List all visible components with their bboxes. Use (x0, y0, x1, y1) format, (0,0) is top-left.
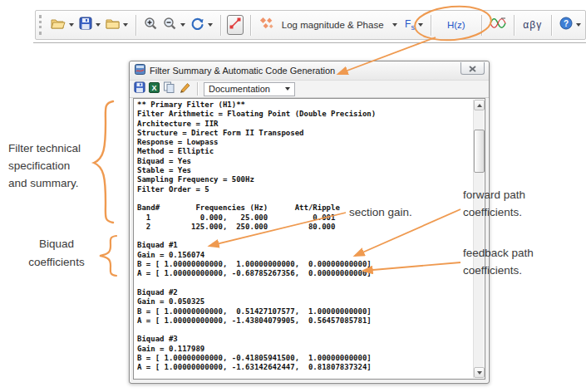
sparkle-markers-button[interactable] (258, 16, 275, 34)
export-excel-button[interactable]: X (149, 81, 160, 96)
folder-icon (106, 17, 120, 33)
toolbar-separator (197, 82, 198, 96)
toolbar-separator (220, 15, 221, 36)
filter-summary-window: Filter Summary & Automatic Code Generati… (129, 61, 490, 384)
toolbar-separator (481, 15, 482, 36)
zoom-out-button[interactable] (162, 16, 186, 35)
hz-button[interactable]: H(z) (438, 17, 475, 33)
scroll-down-button[interactable] (474, 367, 485, 378)
analysis-dropdown[interactable]: Log magnitude & Phase (278, 16, 401, 34)
brace-biquad (100, 236, 116, 276)
zoom-dropdown-caret[interactable] (180, 23, 185, 27)
scrollbar-thumb[interactable] (474, 130, 485, 173)
annotation-feedback-path: feedback path coefficients. (463, 244, 534, 279)
toolbar-separator (135, 15, 136, 36)
documentation-dropdown-caret (285, 87, 290, 91)
vertical-scrollbar[interactable] (473, 100, 484, 378)
greek-coefficients-button[interactable]: αβγ (520, 16, 544, 34)
folder-button[interactable] (105, 17, 129, 34)
window-title: Filter Summary & Automatic Code Generati… (150, 66, 335, 76)
zoom-in-icon (144, 17, 158, 34)
documentation-dropdown-value: Documentation (209, 84, 270, 94)
analysis-dropdown-value: Log magnitude & Phase (282, 20, 384, 30)
refresh-dropdown-caret[interactable] (208, 23, 213, 27)
folder-dropdown-caret[interactable] (123, 23, 128, 27)
refresh-button[interactable] (190, 16, 214, 35)
zoom-in-button[interactable] (143, 16, 159, 35)
annotation-section-gain: section gain. (349, 203, 412, 221)
annotation-biquad-coefficients: Biquad coefficients (15, 235, 98, 272)
scroll-down-icon (477, 371, 482, 375)
window-icon (135, 63, 145, 78)
fs-button[interactable]: Fs (404, 17, 424, 32)
fs-dropdown-caret (418, 23, 423, 27)
analysis-wave-icon (490, 17, 506, 33)
copy-button[interactable] (163, 81, 175, 96)
line-plot-toggle-button[interactable] (227, 15, 244, 35)
help-button[interactable]: ? (559, 16, 582, 34)
open-button[interactable] (50, 17, 75, 34)
fs-label: Fs (405, 18, 415, 32)
refresh-icon (190, 17, 204, 34)
toolbar-separator (431, 15, 431, 36)
documentation-dropdown[interactable]: Documentation (204, 82, 295, 96)
save-report-button[interactable] (134, 81, 145, 96)
close-icon (469, 61, 476, 76)
analysis-dropdown-caret (392, 23, 397, 27)
scroll-up-icon (477, 104, 482, 107)
edit-pencil-button[interactable] (179, 81, 191, 96)
close-button[interactable] (460, 62, 485, 75)
toolbar-separator (514, 15, 515, 36)
report-panel: ** Primary Filter (H1)** Filter Arithmet… (133, 98, 485, 380)
toolbar-separator (551, 15, 552, 36)
sparkle-markers-icon (259, 17, 274, 33)
main-toolbar: Log magnitude & Phase Fs H(z) αβγ ? (35, 10, 586, 40)
open-folder-icon (51, 17, 66, 33)
svg-text:X: X (151, 84, 156, 92)
help-icon: ? (559, 17, 573, 33)
svg-text:?: ? (564, 19, 569, 28)
save-icon (79, 17, 92, 33)
line-plot-icon (229, 17, 242, 33)
toolbar-separator (250, 15, 251, 36)
open-dropdown-caret[interactable] (69, 23, 74, 27)
help-dropdown-caret[interactable] (576, 23, 581, 27)
toolbar-bottom-rule (33, 42, 586, 43)
annotation-forward-path: forward path coefficients. (463, 186, 525, 221)
toolbar-grip[interactable] (39, 15, 42, 35)
window-titlebar[interactable]: Filter Summary & Automatic Code Generati… (130, 61, 489, 81)
annotation-filter-spec: Filter technical specification and summa… (8, 140, 112, 192)
scroll-up-button[interactable] (474, 100, 485, 110)
save-button[interactable] (78, 16, 101, 34)
filter-report-text: ** Primary Filter (H1)** Filter Arithmet… (137, 100, 471, 373)
window-toolbar: X Documentation (130, 81, 489, 98)
save-dropdown-caret[interactable] (96, 23, 101, 27)
zoom-out-icon (163, 17, 177, 34)
analysis-wave-button[interactable] (489, 16, 507, 34)
